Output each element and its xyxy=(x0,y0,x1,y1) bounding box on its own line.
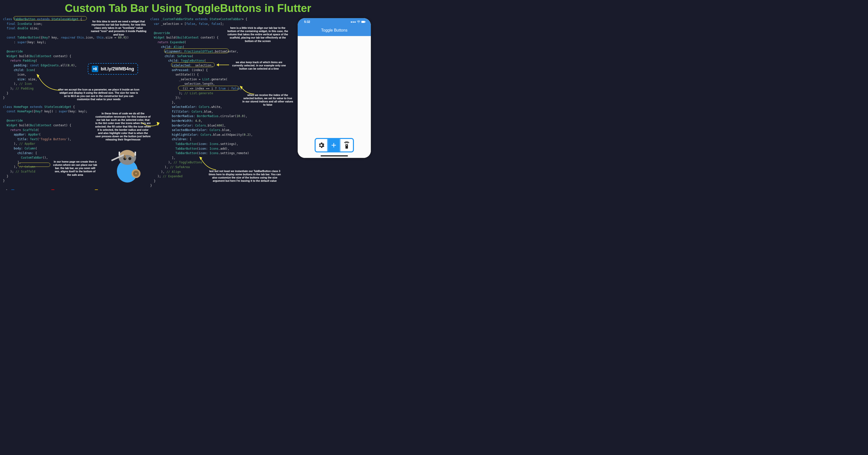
add-icon xyxy=(330,141,338,149)
svg-point-9 xyxy=(135,173,137,174)
phone-preview-column: 5:32 ●●● Toggle Buttons xyxy=(298,17,372,158)
phone-body xyxy=(298,36,371,158)
svg-point-6 xyxy=(128,157,131,160)
annotation-6: we also keep track of which items are cu… xyxy=(230,61,288,70)
annotation-8: last but not least we instantiate our Ta… xyxy=(206,169,283,183)
buymecoffee-icon: ☕ xyxy=(95,190,98,190)
footer-youtube-text: youtube.com/user/vandadnp xyxy=(56,190,91,190)
wifi-icon xyxy=(357,21,361,23)
code-column-left: class TabBarButton extends StatelessWidg… xyxy=(3,17,147,183)
link-text: bit.ly/2WMB4ng xyxy=(101,66,134,72)
svg-rect-4 xyxy=(134,152,136,156)
annotation-7: when we receive the index of the selecte… xyxy=(242,94,293,107)
settings-icon xyxy=(318,141,325,149)
mascot-character xyxy=(110,144,145,184)
annotation-1: for this idea to work we need a widget t… xyxy=(90,20,147,36)
tab-settings[interactable] xyxy=(316,139,328,152)
youtube-icon: ▶ xyxy=(51,190,55,190)
phone-mockup: 5:32 ●●● Toggle Buttons xyxy=(298,18,371,158)
annotation-5: here is a little trick to align our tab … xyxy=(226,26,289,43)
vscode-icon xyxy=(92,66,98,72)
svg-rect-3 xyxy=(119,152,120,156)
toggle-buttons-bar[interactable] xyxy=(315,138,354,153)
annotation-2: after we accept the Icon as a parameter,… xyxy=(58,88,140,101)
phone-time: 5:32 xyxy=(304,20,310,24)
phone-statusbar: 5:32 ●●● xyxy=(298,18,371,26)
annotation-4: in our home page we create then a column… xyxy=(53,160,97,176)
settings-remote-icon xyxy=(343,141,350,149)
footer-buymecoffee[interactable]: ☕ buymecoff.ee/vandad xyxy=(95,190,126,190)
footer-youtube[interactable]: ▶ youtube.com/user/vandadnp xyxy=(51,190,91,190)
svg-rect-16 xyxy=(361,21,365,23)
svg-rect-17 xyxy=(365,21,366,22)
linkedin-icon: in xyxy=(11,190,14,190)
phone-appbar-title: Toggle Buttons xyxy=(298,26,371,36)
tab-add[interactable] xyxy=(328,139,340,152)
annotation-3: in these lines of code we do all the cus… xyxy=(95,112,151,141)
code-column-right: class _CustomTabBarState extends State<C… xyxy=(150,17,294,188)
footer-linkedin-text: linkedin.com/in/vandadnp xyxy=(16,190,48,190)
vscode-link-pill[interactable]: bit.ly/2WMB4ng xyxy=(88,63,138,74)
footer-buymecoffee-text: buymecoff.ee/vandad xyxy=(99,190,126,190)
battery-icon xyxy=(361,21,366,23)
page-title: Custom Tab Bar Using ToggleButtons in Fl… xyxy=(3,2,373,14)
tab-settings-remote[interactable] xyxy=(340,139,353,152)
footer-linkedin[interactable]: in linkedin.com/in/vandadnp xyxy=(11,190,48,190)
signal-icon: ●●● xyxy=(350,20,356,24)
home-indicator xyxy=(320,155,348,156)
